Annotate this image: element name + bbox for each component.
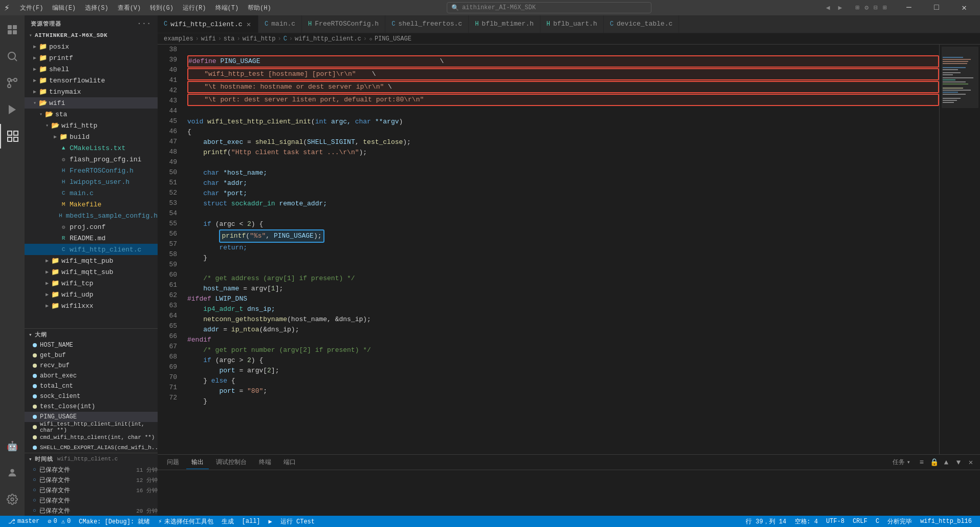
breadcrumb-file[interactable]: wifi_http_client.c: [295, 35, 361, 43]
panel-filter-icon[interactable]: ≡: [917, 457, 927, 468]
tab-bflb-mtimer[interactable]: H bflb_mtimer.h: [469, 15, 540, 33]
breadcrumb-wifi-http[interactable]: wifi_http: [243, 35, 276, 43]
code-line-66[interactable]: /* get port number (argv[2] if present) …: [187, 345, 939, 355]
code-line-43[interactable]: [187, 107, 939, 117]
panel-close-icon[interactable]: ✕: [966, 457, 976, 468]
window-controls[interactable]: ─ □ ✕: [897, 0, 976, 15]
menu-run[interactable]: 运行(R): [179, 3, 210, 13]
tree-item-wifi-tcp[interactable]: ▶ 📁 wifi_tcp: [25, 278, 158, 289]
outline-item-cmd-wifi[interactable]: cmd_wifi_http_client(int, char **): [25, 432, 158, 442]
code-line-45[interactable]: {: [187, 127, 939, 137]
activity-run[interactable]: [0, 97, 25, 122]
code-line-62[interactable]: ip4_addr_t dns_ip;: [187, 304, 939, 314]
outline-item-recv-buf[interactable]: recv_buf: [25, 361, 158, 371]
menu-file[interactable]: 文件(F): [16, 3, 48, 13]
custom-icon[interactable]: ⊞: [881, 2, 889, 14]
tab-shell-freertos[interactable]: C shell_freertos.c: [385, 15, 469, 33]
tab-close-wifi-http-client[interactable]: ✕: [246, 20, 252, 29]
panel-actions[interactable]: 任务 ▾ ≡ 🔒 ▲ ▼ ✕: [888, 457, 976, 468]
settings-icon[interactable]: ⚙: [863, 2, 871, 14]
status-errors[interactable]: ⊘ 0 ⚠ 0: [43, 516, 75, 527]
tree-item-main-c[interactable]: ▶ C main.c: [25, 187, 158, 199]
status-run-ctest[interactable]: 运行 CTest: [276, 516, 319, 527]
tree-item-printf[interactable]: ▶ 📁 printf: [25, 52, 158, 64]
project-root[interactable]: ▾ AITHINKER_AI-M6X_SDK: [25, 30, 158, 41]
tabs-bar[interactable]: C wifi_http_client.c ✕ C main.c H FreeRT…: [158, 15, 980, 33]
activity-settings[interactable]: [0, 487, 25, 512]
code-line-67[interactable]: if (argc > 2) {: [187, 355, 939, 366]
outline-item-test-close[interactable]: test_close(int): [25, 402, 158, 412]
tab-bflb-uart[interactable]: H bflb_uart.h: [540, 15, 604, 33]
outline-list[interactable]: HOST_NAME get_buf recv_buf abort_exec: [25, 340, 158, 453]
breadcrumb-sta[interactable]: sta: [224, 35, 235, 43]
code-line-55[interactable]: printf("%s", PING_USAGE);: [187, 229, 939, 243]
tree-item-wifi-udp[interactable]: ▶ 📁 wifi_udp: [25, 289, 158, 300]
outline-item-hostname[interactable]: HOST_NAME: [25, 340, 158, 350]
file-tree[interactable]: ▾ AITHINKER_AI-M6X_SDK ▶ 📁 posix ▶ 📁 pri…: [25, 30, 158, 328]
sidebar-new-file-icon[interactable]: ···: [137, 19, 151, 28]
code-line-54[interactable]: if (argc < 2) {: [187, 219, 939, 229]
activity-search[interactable]: [0, 44, 25, 69]
code-line-40[interactable]: "wifi_http_test [hostname] [port]\r\n" \: [187, 68, 939, 80]
code-line-38[interactable]: [187, 45, 939, 55]
menu-view[interactable]: 查看(V): [114, 3, 145, 13]
status-branch[interactable]: ⎇ master: [4, 516, 43, 527]
code-line-69[interactable]: } else {: [187, 376, 939, 386]
status-all[interactable]: [all]: [238, 516, 265, 527]
code-line-42[interactable]: "\t port: dest server listen port, defua…: [187, 94, 939, 106]
tree-item-flash-cfg[interactable]: ▶ ⚙ flash_prog_cfg.ini: [25, 154, 158, 165]
panel-tab-terminal[interactable]: 终端: [254, 456, 276, 469]
timeline-item-2[interactable]: ○ 已保存文件 12 分钟: [25, 475, 158, 485]
tree-item-freertos-config[interactable]: ▶ H FreeRTOSConfig.h: [25, 165, 158, 176]
menu-help[interactable]: 帮助(H): [244, 3, 275, 13]
panel-tabs[interactable]: 问题 输出 调试控制台 终端 端口 任务 ▾ ≡ 🔒 ▲: [158, 455, 980, 470]
code-line-64[interactable]: addr = ip_ntoa(&dns_ip);: [187, 325, 939, 335]
code-line-53[interactable]: [187, 209, 939, 219]
status-language[interactable]: C: [872, 516, 883, 527]
close-button[interactable]: ✕: [952, 0, 976, 15]
status-spaces[interactable]: 空格: 4: [791, 516, 822, 527]
code-line-48[interactable]: [187, 158, 939, 168]
menu-goto[interactable]: 转到(G): [146, 3, 178, 13]
panel-layout-icon[interactable]: ⊟: [872, 2, 880, 14]
timeline-item-1[interactable]: ○ 已保存文件 11 分钟: [25, 465, 158, 475]
code-line-39[interactable]: #define PING_USAGE \: [187, 55, 939, 68]
code-line-60[interactable]: host_name = argv[1];: [187, 284, 939, 294]
outline-item-ping-usage[interactable]: PING_USAGE: [25, 412, 158, 422]
panel-tab-ports[interactable]: 端口: [278, 456, 301, 469]
tree-item-mbedtls[interactable]: ▶ H mbedtls_sample_config.h: [25, 210, 158, 221]
tree-item-wifilxxx[interactable]: ▶ 📁 wifilxxx: [25, 300, 158, 311]
tree-item-wifi[interactable]: ▾ 📂 wifi: [25, 97, 158, 109]
tree-item-sta[interactable]: ▾ 📂 sta: [25, 109, 158, 120]
code-line-61[interactable]: #ifdef LWIP_DNS: [187, 294, 939, 304]
code-line-70[interactable]: port = "80";: [187, 386, 939, 396]
activity-clang[interactable]: 🤖: [0, 434, 25, 458]
code-content[interactable]: #define PING_USAGE \ "wifi_http_test [ho…: [183, 45, 939, 454]
code-line-50[interactable]: char *addr;: [187, 178, 939, 188]
code-line-41[interactable]: "\t hostname: hostname or dest server ip…: [187, 81, 939, 93]
status-no-tool[interactable]: ⚡ 未选择任何工具包: [154, 516, 217, 527]
tree-item-wifi-mqtt-pub[interactable]: ▶ 📁 wifi_mqtt_pub: [25, 255, 158, 266]
code-line-44[interactable]: void wifi_test_http_client_init(int argc…: [187, 117, 939, 127]
code-editor[interactable]: 3839404142434445464748495051525354555657…: [158, 45, 980, 454]
code-line-63[interactable]: netconn_gethostbyname(host_name, &dns_ip…: [187, 314, 939, 325]
panel-tab-debug[interactable]: 调试控制台: [211, 456, 252, 469]
panel-lock-icon[interactable]: 🔒: [929, 457, 939, 468]
outline-item-abort-exec[interactable]: abort_exec: [25, 371, 158, 381]
tree-item-wifi-http-client[interactable]: ▶ C wifi_http_client.c: [25, 244, 158, 255]
menu-edit[interactable]: 编辑(E): [48, 3, 80, 13]
code-line-56[interactable]: return;: [187, 243, 939, 253]
tab-freertos-config[interactable]: H FreeRTOSConfig.h: [302, 15, 385, 33]
panel-up-icon[interactable]: ▲: [941, 457, 951, 468]
tab-wifi-http-client[interactable]: C wifi_http_client.c ✕: [158, 15, 258, 33]
outline-item-shell-cmd[interactable]: SHELL_CMD_EXPORT_ALIAS(cmd_wifi_h...: [25, 442, 158, 453]
tree-item-tinymaix[interactable]: ▶ 📁 tinymaix: [25, 86, 158, 97]
tree-item-wifi-http[interactable]: ▾ 📂 wifi_http: [25, 120, 158, 131]
sidebar-actions[interactable]: ···: [137, 19, 151, 28]
timeline-item-4[interactable]: ○ 已保存文件: [25, 495, 158, 505]
global-search-box[interactable]: 🔍 aithinker_AI-M6X_SDK: [447, 2, 651, 13]
tab-main[interactable]: C main.c: [258, 15, 302, 33]
activity-explorer[interactable]: [0, 17, 25, 42]
timeline-item-5[interactable]: ○ 已保存文件 20 分钟: [25, 505, 158, 516]
status-analysis[interactable]: 分析完毕: [883, 516, 916, 527]
